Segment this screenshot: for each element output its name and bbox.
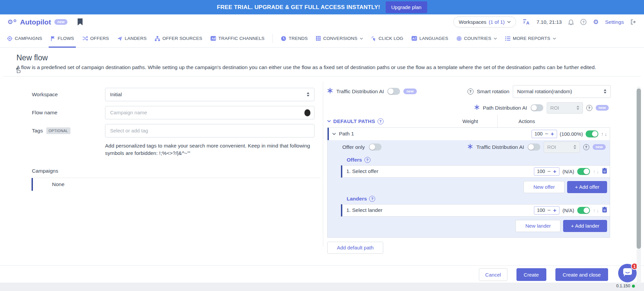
path-row: Path 1 100 − + (100.00%) ↑↓ [328, 128, 610, 140]
traffic-ai-help-icon[interactable]: ? [583, 144, 589, 150]
path-roi-select[interactable]: ROI [547, 102, 583, 114]
nav-campaigns[interactable]: CAMPAIGNS [7, 30, 42, 48]
decrease-weight-button[interactable]: − [547, 208, 551, 213]
default-paths-title[interactable]: DEFAULT PATHS [333, 118, 375, 124]
nav-label: TRENDS [289, 36, 308, 41]
nav-trends[interactable]: TRENDS [281, 30, 308, 48]
move-up-icon[interactable]: ↑ [593, 169, 596, 174]
path-distribution-help-icon[interactable]: ? [586, 105, 592, 111]
traffic-distribution-ai-toggle[interactable] [387, 88, 400, 95]
add-default-path-button[interactable]: Add default path [327, 242, 383, 254]
chat-widget-button[interactable]: 1 [618, 264, 637, 282]
help-icon[interactable]: ? [580, 19, 587, 25]
bookmark-icon[interactable] [78, 18, 83, 25]
nav-offer-sources[interactable]: OFFER SOURCES [155, 30, 202, 48]
add-lander-button[interactable]: + Add lander [563, 220, 607, 232]
nav-flows[interactable]: FLOWS [50, 30, 74, 48]
path-name[interactable]: Path 1 [339, 131, 354, 137]
brand-new-badge: new [54, 19, 67, 25]
campaigns-none-row: None [32, 178, 314, 191]
chevron-down-icon [494, 38, 497, 40]
actions-column-header: Actions [518, 118, 535, 124]
workspaces-count: (1 of 1) [489, 19, 505, 25]
path-distribution-ai-toggle[interactable] [531, 104, 543, 111]
path-traffic-roi-select[interactable]: ROI [544, 141, 580, 153]
nav-label: COUNTRIES [464, 36, 491, 41]
upgrade-plan-button[interactable]: Upgrade plan [386, 1, 427, 13]
nav-languages[interactable]: A LANGUAGES [411, 30, 448, 48]
nav-click-log[interactable]: CLICK LOG [371, 30, 403, 48]
flow-color-dot[interactable] [304, 109, 310, 116]
offers-help-icon[interactable]: ? [364, 157, 370, 163]
decrease-weight-button[interactable]: − [545, 131, 548, 137]
svg-text:?: ? [582, 20, 585, 24]
smart-rotation-select[interactable]: Normal rotation(random) [513, 85, 611, 98]
delete-trash-icon[interactable] [602, 207, 607, 214]
path-details: Offer only Traffic Distribution AI ROI [328, 140, 610, 237]
settings-gear-icon[interactable]: ⚙ [593, 19, 599, 25]
new-offer-button[interactable]: New offer [524, 181, 564, 193]
offer-only-toggle[interactable] [369, 143, 382, 151]
lander-select[interactable]: 1. Select lander [346, 207, 383, 213]
translate-icon[interactable]: xA [523, 19, 530, 25]
footer-divider [0, 266, 644, 266]
increase-weight-button[interactable]: + [551, 131, 554, 137]
move-up-icon[interactable]: ↑ [593, 208, 596, 213]
move-down-icon[interactable]: ↓ [597, 169, 599, 174]
logout-icon[interactable] [630, 19, 637, 25]
clock-icon [281, 36, 286, 41]
landers-help-icon[interactable]: ? [369, 196, 375, 202]
gears-logo-icon: ⚙⚙ [7, 19, 17, 25]
decrease-weight-button[interactable]: − [547, 169, 551, 174]
app-header: ⚙⚙ Autopilot new Workspaces (1 of 1) xA … [0, 14, 644, 30]
nav-traffic-channels[interactable]: Ad TRAFFIC CHANNELS [210, 30, 264, 48]
delete-trash-icon[interactable] [602, 168, 607, 175]
increase-weight-button[interactable]: + [553, 169, 556, 174]
offer-select[interactable]: 1. Select offer [346, 168, 378, 174]
move-up-icon[interactable]: ↑ [601, 131, 604, 137]
new-badge: new [596, 105, 609, 111]
notifications-bell-icon[interactable] [568, 19, 574, 25]
nav-conversions[interactable]: CONVERSIONS [316, 30, 363, 48]
lander-weight-input[interactable]: 100 − + [534, 206, 559, 215]
lander-stat: (N/A) [562, 208, 574, 213]
version-number: 0.1.150 [616, 284, 630, 288]
path-weight-input[interactable]: 100 − + [532, 130, 557, 138]
workspace-label: Workspace [32, 88, 105, 101]
traffic-distribution-ai-label: Traffic Distribution AI [476, 144, 524, 150]
nav-landers[interactable]: LANDERS [117, 30, 147, 48]
move-down-icon[interactable]: ↓ [605, 131, 607, 137]
offers-section-title: Offers [347, 157, 362, 163]
offer-enabled-toggle[interactable] [577, 168, 590, 175]
increase-weight-button[interactable]: + [553, 208, 556, 213]
mouse-cursor-icon [15, 65, 21, 75]
collapse-chevron-icon[interactable] [327, 120, 331, 122]
clock-datetime[interactable]: 7.10, 21:13 [537, 19, 562, 25]
sitemap-icon [155, 36, 160, 41]
settings-link[interactable]: Settings [605, 19, 624, 25]
path-traffic-ai-toggle[interactable] [528, 143, 540, 151]
add-offer-button[interactable]: + Add offer [567, 181, 607, 193]
nav-more-reports[interactable]: MORE REPORTS [505, 30, 556, 48]
header-column-divider [497, 115, 498, 128]
cancel-button[interactable]: Cancel [479, 268, 507, 281]
lander-enabled-toggle[interactable] [577, 207, 590, 214]
default-paths-help-icon[interactable]: ? [378, 118, 384, 124]
flow-name-input[interactable] [105, 106, 314, 119]
create-button[interactable]: Create [516, 268, 546, 281]
new-lander-button[interactable]: New lander [515, 220, 560, 232]
nav-label: FLOWS [58, 36, 74, 41]
workspaces-selector[interactable]: Workspaces (1 of 1) [453, 16, 516, 27]
collapse-chevron-icon[interactable] [332, 133, 336, 135]
smart-rotation-help-icon[interactable]: ? [467, 89, 474, 95]
move-down-icon[interactable]: ↓ [597, 208, 599, 213]
offer-weight-input[interactable]: 100 − + [534, 167, 559, 176]
tags-input[interactable] [105, 124, 314, 137]
nav-offers[interactable]: OFFERS [82, 30, 109, 48]
scrollbar-thumb[interactable] [637, 89, 641, 249]
workspace-select[interactable]: Initial [105, 88, 314, 101]
create-and-close-button[interactable]: Create and close [555, 268, 608, 281]
brand-name[interactable]: Autopilot [20, 18, 51, 26]
path-enabled-toggle[interactable] [586, 130, 598, 137]
nav-countries[interactable]: COUNTRIES [456, 30, 497, 48]
